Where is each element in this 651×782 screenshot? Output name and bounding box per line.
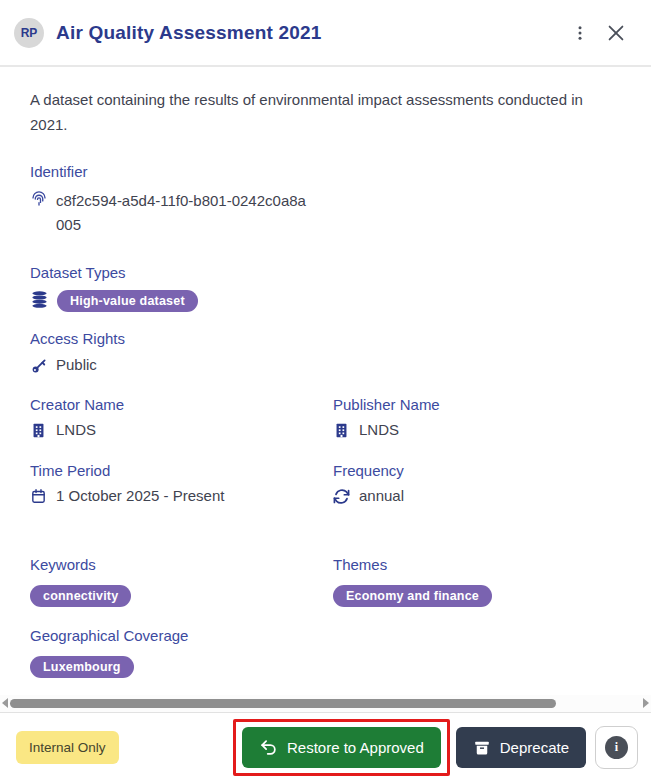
kebab-menu-icon: [571, 24, 589, 42]
access-rights-label: Access Rights: [30, 330, 621, 347]
building-icon: [30, 422, 48, 442]
archive-icon: [473, 739, 491, 757]
creator-name-value: LNDS: [56, 421, 96, 438]
creator-name-section: Creator Name LNDS: [30, 396, 333, 442]
geographical-coverage-section: Geographical Coverage Luxembourg: [30, 627, 621, 678]
access-rights-value: Public: [56, 356, 97, 373]
geographical-coverage-badge: Luxembourg: [30, 656, 134, 678]
access-rights-section: Access Rights Public: [30, 330, 621, 378]
time-period-label: Time Period: [30, 462, 333, 479]
time-period-value: 1 October 2025 - Present: [56, 487, 224, 504]
identifier-value: c8f2c594-a5d4-11f0-b801-0242c0a8a005: [56, 189, 306, 237]
keywords-section: Keywords connectivity: [30, 556, 333, 607]
avatar: RP: [14, 18, 44, 48]
modal-footer: Internal Only Restore to Approved Deprec…: [0, 713, 651, 782]
scroll-left-arrow-icon[interactable]: [2, 698, 8, 708]
themes-section: Themes Economy and finance: [333, 556, 621, 607]
restore-to-approved-button[interactable]: Restore to Approved: [242, 727, 441, 768]
time-period-section: Time Period 1 October 2025 - Present: [30, 462, 333, 508]
info-button[interactable]: i: [595, 726, 638, 769]
frequency-value: annual: [359, 487, 404, 504]
frequency-section: Frequency annual: [333, 462, 621, 508]
close-icon: [605, 22, 627, 44]
key-icon: [30, 357, 48, 378]
scrollbar-thumb[interactable]: [10, 699, 556, 708]
publisher-name-label: Publisher Name: [333, 396, 621, 413]
themes-label: Themes: [333, 556, 621, 573]
building-icon: [333, 422, 351, 442]
undo-arrow-icon: [259, 738, 278, 757]
calendar-icon: [30, 488, 48, 508]
dataset-type-badge: High-value dataset: [57, 290, 198, 312]
status-badge: Internal Only: [16, 731, 119, 764]
annotation-highlight-box: Restore to Approved: [233, 719, 450, 776]
deprecate-button-label: Deprecate: [500, 739, 569, 756]
scroll-right-arrow-icon[interactable]: [643, 698, 649, 708]
theme-badge: Economy and finance: [333, 585, 492, 607]
dataset-types-section: Dataset Types High-value dataset: [30, 264, 621, 312]
creator-name-label: Creator Name: [30, 396, 333, 413]
identifier-section: Identifier c8f2c594-a5d4-11f0-b801-0242c…: [30, 163, 621, 237]
restore-button-label: Restore to Approved: [287, 739, 424, 756]
geographical-coverage-label: Geographical Coverage: [30, 627, 621, 644]
kebab-menu-button[interactable]: [565, 18, 595, 48]
deprecate-button[interactable]: Deprecate: [456, 727, 586, 768]
keywords-label: Keywords: [30, 556, 333, 573]
publisher-name-value: LNDS: [359, 421, 399, 438]
database-icon: [30, 290, 49, 312]
frequency-label: Frequency: [333, 462, 621, 479]
modal-header: RP Air Quality Assessment 2021: [0, 0, 651, 67]
keyword-badge: connectivity: [30, 585, 131, 607]
publisher-name-section: Publisher Name LNDS: [333, 396, 621, 442]
refresh-icon: [333, 488, 351, 508]
dataset-detail-panel: A dataset containing the results of envi…: [0, 67, 651, 695]
identifier-label: Identifier: [30, 163, 621, 180]
dataset-types-label: Dataset Types: [30, 264, 621, 281]
fingerprint-icon: [30, 190, 48, 211]
dataset-description: A dataset containing the results of envi…: [30, 87, 615, 137]
page-title: Air Quality Assessment 2021: [56, 22, 565, 44]
info-icon: i: [605, 736, 628, 759]
horizontal-scrollbar[interactable]: [0, 695, 651, 713]
close-button[interactable]: [601, 18, 631, 48]
